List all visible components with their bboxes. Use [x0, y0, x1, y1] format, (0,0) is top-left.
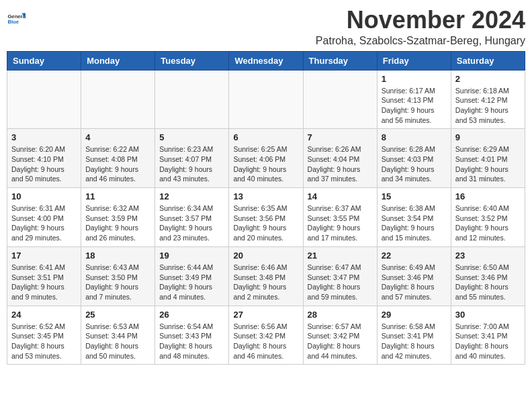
day-info: Sunrise: 6:29 AM Sunset: 4:01 PM Dayligh…: [455, 144, 521, 184]
day-info: Sunrise: 7:00 AM Sunset: 3:41 PM Dayligh…: [455, 322, 521, 361]
calendar-cell: [155, 70, 229, 129]
logo: General Blue: [7, 9, 26, 28]
calendar-cell: 24Sunrise: 6:52 AM Sunset: 3:45 PM Dayli…: [7, 306, 81, 365]
day-info: Sunrise: 6:58 AM Sunset: 3:41 PM Dayligh…: [382, 322, 447, 361]
day-number: 17: [11, 250, 77, 261]
col-header-sunday: Sunday: [7, 51, 81, 70]
day-number: 3: [11, 132, 77, 142]
calendar-cell: 29Sunrise: 6:58 AM Sunset: 3:41 PM Dayli…: [377, 306, 451, 365]
title-section: November 2024 Patroha, Szabolcs-Szatmar-…: [316, 7, 525, 47]
day-number: 29: [382, 310, 447, 320]
day-info: Sunrise: 6:57 AM Sunset: 3:42 PM Dayligh…: [308, 322, 373, 361]
day-info: Sunrise: 6:23 AM Sunset: 4:07 PM Dayligh…: [159, 144, 224, 184]
col-header-wednesday: Wednesday: [229, 51, 303, 70]
day-info: Sunrise: 6:31 AM Sunset: 4:00 PM Dayligh…: [11, 203, 77, 243]
calendar-table: SundayMondayTuesdayWednesdayThursdayFrid…: [7, 51, 525, 365]
day-info: Sunrise: 6:28 AM Sunset: 4:03 PM Dayligh…: [382, 144, 447, 184]
day-number: 6: [233, 132, 298, 142]
calendar-cell: [229, 70, 303, 129]
day-number: 9: [455, 132, 521, 142]
day-info: Sunrise: 6:26 AM Sunset: 4:04 PM Dayligh…: [308, 144, 373, 184]
day-info: Sunrise: 6:54 AM Sunset: 3:43 PM Dayligh…: [159, 322, 224, 361]
calendar-cell: 26Sunrise: 6:54 AM Sunset: 3:43 PM Dayli…: [155, 306, 229, 365]
month-title: November 2024: [316, 7, 525, 34]
day-number: 22: [382, 250, 447, 261]
calendar-week-3: 10Sunrise: 6:31 AM Sunset: 4:00 PM Dayli…: [7, 188, 525, 247]
day-info: Sunrise: 6:41 AM Sunset: 3:51 PM Dayligh…: [11, 263, 77, 302]
day-info: Sunrise: 6:43 AM Sunset: 3:50 PM Dayligh…: [85, 263, 150, 302]
calendar-week-2: 3Sunrise: 6:20 AM Sunset: 4:10 PM Daylig…: [7, 129, 525, 188]
day-number: 1: [382, 74, 447, 84]
day-number: 30: [455, 310, 521, 320]
calendar-cell: 25Sunrise: 6:53 AM Sunset: 3:44 PM Dayli…: [81, 306, 155, 365]
col-header-tuesday: Tuesday: [155, 51, 229, 70]
calendar-cell: 30Sunrise: 7:00 AM Sunset: 3:41 PM Dayli…: [451, 306, 525, 365]
col-header-monday: Monday: [81, 51, 155, 70]
calendar-cell: [7, 70, 81, 129]
day-info: Sunrise: 6:50 AM Sunset: 3:46 PM Dayligh…: [455, 263, 521, 302]
day-info: Sunrise: 6:47 AM Sunset: 3:47 PM Dayligh…: [308, 263, 373, 302]
day-info: Sunrise: 6:53 AM Sunset: 3:44 PM Dayligh…: [85, 322, 150, 361]
calendar-cell: 18Sunrise: 6:43 AM Sunset: 3:50 PM Dayli…: [81, 246, 155, 306]
day-info: Sunrise: 6:46 AM Sunset: 3:48 PM Dayligh…: [233, 263, 298, 302]
calendar-cell: 11Sunrise: 6:32 AM Sunset: 3:59 PM Dayli…: [81, 188, 155, 247]
day-info: Sunrise: 6:20 AM Sunset: 4:10 PM Dayligh…: [11, 144, 77, 184]
calendar-cell: 22Sunrise: 6:49 AM Sunset: 3:46 PM Dayli…: [377, 246, 451, 306]
day-info: Sunrise: 6:32 AM Sunset: 3:59 PM Dayligh…: [85, 203, 150, 243]
calendar-week-4: 17Sunrise: 6:41 AM Sunset: 3:51 PM Dayli…: [7, 246, 525, 306]
day-number: 28: [308, 310, 373, 320]
location-title: Patroha, Szabolcs-Szatmar-Bereg, Hungary: [316, 35, 525, 47]
calendar-cell: [81, 70, 155, 129]
calendar-cell: 14Sunrise: 6:37 AM Sunset: 3:55 PM Dayli…: [303, 188, 377, 247]
day-number: 14: [308, 191, 373, 201]
calendar-week-1: 1Sunrise: 6:17 AM Sunset: 4:13 PM Daylig…: [7, 70, 525, 129]
calendar-cell: 17Sunrise: 6:41 AM Sunset: 3:51 PM Dayli…: [7, 246, 81, 306]
calendar-cell: 3Sunrise: 6:20 AM Sunset: 4:10 PM Daylig…: [7, 129, 81, 188]
calendar-cell: 15Sunrise: 6:38 AM Sunset: 3:54 PM Dayli…: [377, 188, 451, 247]
day-info: Sunrise: 6:52 AM Sunset: 3:45 PM Dayligh…: [11, 322, 77, 361]
calendar-cell: 19Sunrise: 6:44 AM Sunset: 3:49 PM Dayli…: [155, 246, 229, 306]
day-info: Sunrise: 6:49 AM Sunset: 3:46 PM Dayligh…: [382, 263, 447, 302]
day-number: 5: [159, 132, 224, 142]
calendar-cell: 28Sunrise: 6:57 AM Sunset: 3:42 PM Dayli…: [303, 306, 377, 365]
day-info: Sunrise: 6:17 AM Sunset: 4:13 PM Dayligh…: [382, 86, 447, 126]
day-number: 21: [308, 250, 373, 261]
day-number: 16: [455, 191, 521, 201]
day-number: 25: [85, 310, 150, 320]
svg-text:Blue: Blue: [7, 19, 19, 25]
day-info: Sunrise: 6:37 AM Sunset: 3:55 PM Dayligh…: [308, 203, 373, 243]
day-info: Sunrise: 6:35 AM Sunset: 3:56 PM Dayligh…: [233, 203, 298, 243]
day-info: Sunrise: 6:44 AM Sunset: 3:49 PM Dayligh…: [159, 263, 224, 302]
calendar-cell: 21Sunrise: 6:47 AM Sunset: 3:47 PM Dayli…: [303, 246, 377, 306]
day-info: Sunrise: 6:25 AM Sunset: 4:06 PM Dayligh…: [233, 144, 298, 184]
day-number: 4: [85, 132, 150, 142]
calendar-cell: 23Sunrise: 6:50 AM Sunset: 3:46 PM Dayli…: [451, 246, 525, 306]
calendar-cell: 4Sunrise: 6:22 AM Sunset: 4:08 PM Daylig…: [81, 129, 155, 188]
day-info: Sunrise: 6:38 AM Sunset: 3:54 PM Dayligh…: [382, 203, 447, 243]
day-number: 24: [11, 310, 77, 320]
calendar-cell: 2Sunrise: 6:18 AM Sunset: 4:12 PM Daylig…: [451, 70, 525, 129]
calendar-cell: 1Sunrise: 6:17 AM Sunset: 4:13 PM Daylig…: [377, 70, 451, 129]
day-number: 26: [159, 310, 224, 320]
day-number: 13: [233, 191, 298, 201]
day-number: 20: [233, 250, 298, 261]
calendar-cell: 8Sunrise: 6:28 AM Sunset: 4:03 PM Daylig…: [377, 129, 451, 188]
calendar-cell: 10Sunrise: 6:31 AM Sunset: 4:00 PM Dayli…: [7, 188, 81, 247]
day-number: 15: [382, 191, 447, 201]
calendar-week-5: 24Sunrise: 6:52 AM Sunset: 3:45 PM Dayli…: [7, 306, 525, 365]
day-number: 11: [85, 191, 150, 201]
col-header-saturday: Saturday: [451, 51, 525, 70]
calendar-cell: 6Sunrise: 6:25 AM Sunset: 4:06 PM Daylig…: [229, 129, 303, 188]
logo-icon: General Blue: [7, 9, 26, 28]
day-number: 12: [159, 191, 224, 201]
calendar-cell: 27Sunrise: 6:56 AM Sunset: 3:42 PM Dayli…: [229, 306, 303, 365]
calendar-cell: 20Sunrise: 6:46 AM Sunset: 3:48 PM Dayli…: [229, 246, 303, 306]
calendar-cell: 16Sunrise: 6:40 AM Sunset: 3:52 PM Dayli…: [451, 188, 525, 247]
day-info: Sunrise: 6:56 AM Sunset: 3:42 PM Dayligh…: [233, 322, 298, 361]
calendar-cell: 7Sunrise: 6:26 AM Sunset: 4:04 PM Daylig…: [303, 129, 377, 188]
day-info: Sunrise: 6:18 AM Sunset: 4:12 PM Dayligh…: [455, 86, 521, 126]
day-number: 27: [233, 310, 298, 320]
calendar-header-row: SundayMondayTuesdayWednesdayThursdayFrid…: [7, 51, 525, 70]
page-header: General Blue November 2024 Patroha, Szab…: [7, 7, 525, 47]
day-number: 8: [382, 132, 447, 142]
